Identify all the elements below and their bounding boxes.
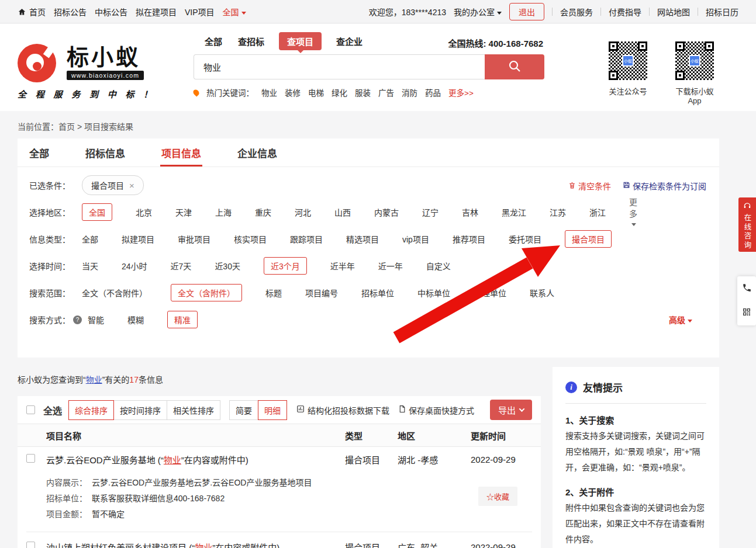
time-option[interactable]: 近3个月 (264, 257, 307, 275)
close-icon[interactable]: × (129, 181, 134, 190)
row-checkbox[interactable] (26, 454, 35, 463)
favorite-button[interactable]: ☆收藏 (478, 487, 517, 506)
hot-keyword[interactable]: 广告 (378, 86, 394, 98)
help-icon[interactable]: ? (73, 315, 82, 324)
search-button[interactable] (485, 54, 544, 79)
region-option[interactable]: 天津 (175, 203, 192, 221)
search-tab[interactable]: 查企业 (335, 33, 364, 50)
category-tab[interactable]: 招标信息 (85, 138, 125, 167)
breadcrumb-path[interactable]: 首页 > 项目搜索结果 (58, 122, 133, 131)
top-link[interactable]: 付费指导 (609, 6, 641, 18)
view-button[interactable]: 明细 (258, 400, 287, 420)
project-title-link[interactable]: 云梦.云谷EOD产业服务基地 (“物业”在内容或附件中) (46, 453, 345, 466)
my-office-dropdown[interactable]: 我的办公室 (454, 6, 502, 18)
export-button[interactable]: 导出 (490, 400, 532, 420)
search-input[interactable] (194, 54, 485, 79)
phone-contact-button[interactable] (737, 276, 756, 301)
condition-chip[interactable]: 撮合项目 × (82, 175, 144, 195)
top-link[interactable]: 招标日历 (706, 6, 738, 18)
region-option[interactable]: 全国 (82, 203, 112, 221)
site-logo[interactable]: 标小蚁 www.biaoxiaoyi.com 全 程 服 务 到 中 标 ！ (18, 44, 156, 100)
time-option[interactable]: 24小时 (122, 257, 147, 275)
hot-keyword[interactable]: 装修 (285, 86, 301, 98)
sort-button[interactable]: 按时间排序 (113, 400, 167, 420)
hot-keyword[interactable]: 服装 (355, 86, 371, 98)
region-option[interactable]: 山西 (334, 203, 351, 221)
hot-keyword[interactable]: 药品 (425, 86, 441, 98)
save-subscription-link[interactable]: 保存检索条件为订阅 (623, 180, 706, 192)
desktop-shortcut-link[interactable]: 保存桌面快捷方式 (398, 404, 474, 416)
hot-keyword[interactable]: 消防 (402, 86, 417, 98)
method-option[interactable]: 智能 (88, 311, 104, 328)
type-option[interactable]: 委托项目 (509, 230, 541, 248)
time-option[interactable]: 近一年 (378, 257, 403, 275)
search-tab[interactable]: 全部 (203, 33, 223, 50)
view-button[interactable]: 简要 (229, 400, 258, 420)
sort-button[interactable]: 综合排序 (68, 400, 114, 420)
select-all-checkbox[interactable] (26, 405, 35, 414)
time-option[interactable]: 近7天 (171, 257, 192, 275)
time-option[interactable]: 自定义 (426, 257, 451, 275)
top-link[interactable]: 会员服务 (560, 6, 593, 18)
method-option[interactable]: 模糊 (127, 311, 144, 328)
region-option[interactable]: 浙江 (589, 203, 606, 221)
type-option[interactable]: 撮合项目 (565, 230, 612, 248)
region-option[interactable]: 辽宁 (422, 203, 439, 221)
scope-option[interactable]: 代理单位 (474, 284, 506, 301)
type-option[interactable]: 精选项目 (346, 230, 379, 248)
top-nav-item[interactable]: 中标公告 (95, 6, 127, 18)
hot-keywords-more[interactable]: 更多>> (448, 86, 474, 98)
type-option[interactable]: 跟踪项目 (290, 230, 323, 248)
home-link[interactable]: 首页 (18, 6, 46, 18)
region-option[interactable]: 上海 (215, 203, 232, 221)
region-option[interactable]: 江苏 (550, 203, 566, 221)
summary-keyword-link[interactable]: 物业 (86, 375, 102, 384)
top-nav-item[interactable]: 招标公告 (54, 6, 87, 18)
top-nav-item[interactable]: 拟在建项目 (136, 6, 177, 18)
scope-option[interactable]: 招标单位 (361, 284, 394, 301)
category-tab[interactable]: 全部 (29, 138, 49, 167)
region-dropdown[interactable]: 全国 (223, 6, 246, 18)
method-option[interactable]: 精准 (167, 311, 198, 328)
region-option[interactable]: 重庆 (255, 203, 271, 221)
scope-option[interactable]: 全文（含附件） (171, 284, 242, 301)
project-title-link[interactable]: 油山镇上朔村红色美丽乡村建设项目 (“物业”在内容或附件中) (46, 541, 345, 548)
scope-option[interactable]: 全文（不含附件） (82, 284, 147, 301)
hot-keyword[interactable]: 物业 (261, 86, 277, 98)
sort-button[interactable]: 相关性排序 (167, 400, 220, 420)
clear-conditions-link[interactable]: 清空条件 (568, 180, 611, 192)
region-option[interactable]: 吉林 (462, 203, 478, 221)
region-option[interactable]: 北京 (136, 203, 152, 221)
scope-option[interactable]: 项目编号 (305, 284, 338, 301)
scope-option[interactable]: 中标单位 (417, 284, 450, 301)
scope-option[interactable]: 联系人 (530, 284, 554, 301)
top-link[interactable]: 网站地图 (657, 6, 690, 18)
type-option[interactable]: 拟建项目 (122, 230, 154, 248)
qr-tool-button[interactable] (737, 301, 756, 325)
type-option[interactable]: 全部 (82, 230, 98, 248)
scope-option[interactable]: 标题 (265, 284, 282, 301)
advanced-search-link[interactable]: 高级 (669, 314, 692, 325)
hot-keyword[interactable]: 绿化 (332, 86, 347, 98)
logout-button[interactable]: 退出 (509, 3, 544, 20)
search-tab[interactable]: 查项目 (279, 32, 322, 50)
type-option[interactable]: vip项目 (402, 230, 429, 248)
region-option[interactable]: 河北 (295, 203, 311, 221)
online-consult-widget[interactable]: 在线咨询 (738, 197, 756, 252)
type-option[interactable]: 推荐项目 (453, 230, 485, 248)
category-tab[interactable]: 项目信息 (161, 138, 201, 167)
time-option[interactable]: 近半年 (330, 257, 355, 275)
region-more-dropdown[interactable]: 更多 (629, 196, 637, 228)
time-option[interactable]: 近30天 (215, 257, 240, 275)
structured-download-link[interactable]: 结构化招投标数据下载 (296, 404, 389, 416)
top-nav-item[interactable]: VIP项目 (185, 6, 215, 18)
category-tab[interactable]: 企业信息 (237, 138, 277, 167)
time-option[interactable]: 当天 (82, 257, 98, 275)
region-option[interactable]: 内蒙古 (374, 203, 399, 221)
search-tab[interactable]: 查招标 (237, 33, 265, 50)
hot-keyword[interactable]: 电梯 (308, 86, 324, 98)
region-option[interactable]: 黑龙江 (502, 203, 526, 221)
row-checkbox[interactable] (26, 542, 35, 548)
type-option[interactable]: 核实项目 (234, 230, 267, 248)
type-option[interactable]: 审批项目 (178, 230, 210, 248)
